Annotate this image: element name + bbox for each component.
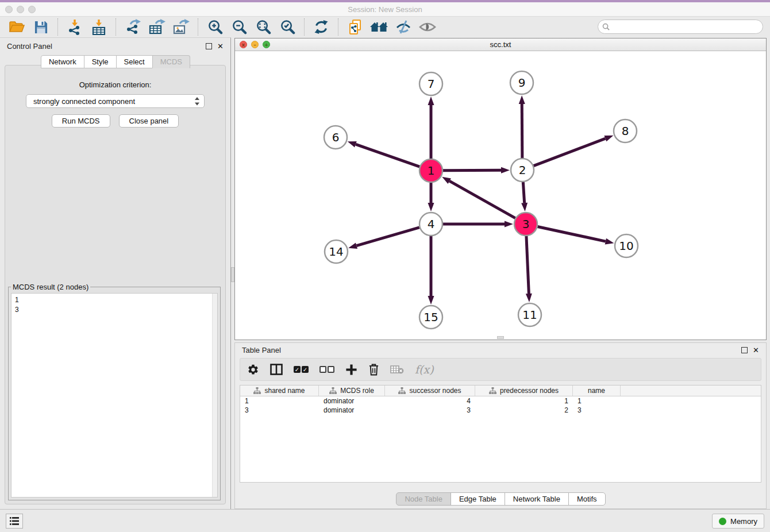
table-cell[interactable]: 3 (385, 406, 475, 414)
tab-select[interactable]: Select (116, 55, 153, 68)
mcds-result-text[interactable]: 1 3 (11, 293, 218, 498)
edge-2-9[interactable] (522, 104, 522, 158)
edge-arrowhead (526, 294, 532, 302)
result-scrollbar[interactable] (212, 294, 217, 497)
edge-1-2[interactable] (443, 170, 501, 171)
column-header-name[interactable]: name (573, 385, 621, 396)
plus-icon (345, 364, 357, 376)
tab-mcds[interactable]: MCDS (152, 55, 190, 68)
select-all-button[interactable]: ✓✓ (294, 366, 309, 373)
task-history-button[interactable] (6, 514, 23, 529)
first-neighbors-button[interactable] (369, 18, 390, 36)
network-close-button[interactable]: x (240, 41, 247, 48)
tab-node-table[interactable]: Node Table (396, 492, 451, 506)
function-builder-button[interactable]: f(x) (415, 363, 434, 376)
edge-3-1[interactable] (449, 181, 515, 218)
table-cell[interactable]: 2 (475, 406, 573, 414)
table-settings-button[interactable] (247, 364, 259, 376)
tab-network[interactable]: Network (41, 55, 84, 68)
table-cell[interactable]: 4 (385, 397, 475, 405)
column-header-MCDS-role[interactable]: MCDS role (319, 385, 385, 396)
toggle-navigator-button[interactable] (417, 18, 438, 36)
node-label-15: 15 (424, 310, 438, 324)
network-canvas[interactable]: 7968124314101511 (235, 51, 766, 340)
new-network-from-selection-button[interactable] (345, 18, 365, 36)
column-label: successor nodes (409, 387, 461, 395)
table-cell[interactable]: dominator (319, 397, 385, 405)
import-network-button[interactable] (64, 18, 85, 36)
column-header-shared-name[interactable]: shared name (240, 385, 319, 396)
network-zoom-button[interactable]: + (263, 41, 270, 48)
edge-arrowhead (428, 97, 434, 105)
delete-row-button[interactable] (368, 363, 379, 376)
close-table-panel-icon[interactable]: ✕ (753, 347, 759, 353)
column-view-button[interactable] (270, 364, 283, 375)
edge-1-6[interactable] (356, 144, 419, 167)
run-mcds-button[interactable]: Run MCDS (52, 114, 110, 128)
list-icon (10, 517, 19, 525)
edge-3-10[interactable] (538, 226, 606, 241)
edge-2-3[interactable] (523, 182, 524, 203)
float-panel-icon[interactable] (206, 43, 212, 49)
save-session-button[interactable] (30, 18, 51, 36)
edge-arrowhead (348, 242, 357, 249)
zoom-in-button[interactable] (205, 18, 225, 36)
zoom-out-button[interactable] (229, 18, 249, 36)
close-panel-icon[interactable]: ✕ (217, 43, 224, 49)
memory-button[interactable]: Memory (712, 514, 764, 529)
export-network-button[interactable] (122, 18, 143, 36)
network-minimize-button[interactable]: – (251, 41, 259, 48)
export-image-button[interactable] (171, 18, 191, 36)
table-cell[interactable]: 1 (573, 397, 621, 405)
table-row[interactable]: 1dominator411 (240, 396, 761, 406)
gear-icon (247, 364, 259, 376)
column-header-predecessor-nodes[interactable]: predecessor nodes (475, 385, 573, 396)
refresh-icon (313, 19, 329, 35)
column-type-icon (253, 387, 261, 394)
select-stepper-icon (194, 97, 200, 106)
zoom-in-icon (207, 19, 224, 36)
homes-icon (370, 20, 388, 34)
edge-3-11[interactable] (526, 236, 529, 294)
edge-arrowhead (428, 203, 434, 211)
tab-network-table[interactable]: Network Table (505, 492, 569, 506)
node-table[interactable]: shared nameMCDS rolesuccessor nodesprede… (240, 385, 761, 483)
deselect-all-button[interactable] (319, 366, 334, 373)
edge-4-14[interactable] (357, 228, 419, 246)
tab-edge-table[interactable]: Edge Table (451, 492, 505, 506)
criterion-select[interactable]: strongly connected component (26, 94, 205, 108)
node-label-3: 3 (522, 217, 530, 231)
table-cell[interactable]: 1 (475, 397, 573, 405)
table-cell[interactable]: dominator (319, 406, 385, 414)
table-cell[interactable]: 3 (240, 406, 319, 414)
float-table-panel-icon[interactable] (741, 347, 748, 353)
network-window-controls: x – + (240, 41, 270, 48)
tab-style[interactable]: Style (84, 55, 117, 68)
zoom-fit-button[interactable] (253, 18, 274, 36)
add-row-button[interactable] (345, 364, 357, 376)
open-file-button[interactable] (6, 18, 27, 36)
apply-layout-button[interactable] (311, 18, 332, 36)
import-table-button[interactable] (88, 18, 109, 36)
zoom-selected-button[interactable] (277, 18, 298, 36)
edge-arrowhead (604, 136, 613, 141)
table-cell[interactable]: 3 (573, 406, 621, 414)
tab-motifs[interactable]: Motifs (568, 492, 606, 506)
search-input[interactable] (613, 21, 763, 33)
close-panel-button[interactable]: Close panel (119, 114, 179, 128)
table-cell[interactable]: 1 (240, 397, 319, 405)
delete-table-icon (390, 365, 404, 374)
toolbar-separator (57, 18, 58, 36)
delete-table-button[interactable] (390, 365, 404, 374)
edge-2-8[interactable] (534, 138, 606, 165)
network-splitter-handle[interactable] (497, 336, 504, 339)
control-panel: Control Panel ✕ NetworkStyleSelectMCDS O… (0, 37, 231, 509)
table-row[interactable]: 3dominator323 (240, 406, 761, 415)
column-header-successor-nodes[interactable]: successor nodes (385, 385, 475, 396)
import-table-icon (91, 19, 107, 35)
node-label-10: 10 (619, 239, 633, 253)
zoom-fit-icon (255, 19, 272, 36)
export-table-button[interactable] (147, 18, 167, 36)
checked-boxes-icon: ✓✓ (294, 366, 309, 373)
graphics-details-button[interactable] (393, 18, 414, 36)
